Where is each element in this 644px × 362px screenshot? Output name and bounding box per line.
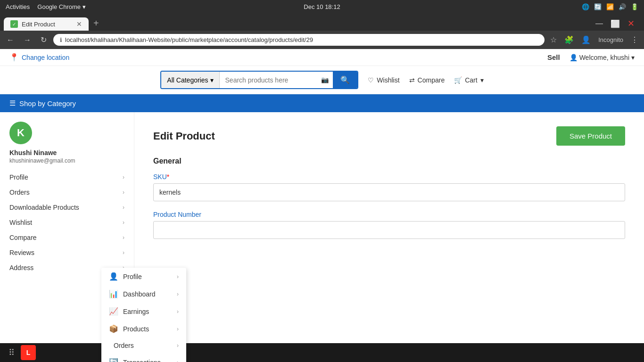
hamburger-icon: ☰ xyxy=(9,99,16,107)
heart-icon: ♡ xyxy=(368,76,374,84)
submenu-item-transactions[interactable]: 🔄 Transactions › xyxy=(101,354,186,362)
search-right-actions: ♡ Wishlist ⇄ Compare 🛒 Cart ▾ xyxy=(368,76,483,84)
submenu-profile-label: Profile xyxy=(123,273,142,280)
browser-chrome: Edit Product ✕ + — ⬜ ✕ ← → ↻ ℹ localhost… xyxy=(0,13,644,49)
sidebar-compare-chevron: › xyxy=(123,234,124,241)
sidebar-address-label: Address xyxy=(9,264,33,272)
sidebar-reviews-chevron: › xyxy=(123,249,124,256)
change-location-link[interactable]: 📍 Change location xyxy=(9,53,69,62)
sidebar-wishlist-chevron: › xyxy=(123,219,124,226)
user-avatar: K xyxy=(9,122,32,144)
active-tab[interactable]: Edit Product ✕ xyxy=(4,17,89,31)
activities-label[interactable]: Activities xyxy=(6,3,30,10)
os-system-tray: 🌐 🔄 📶 🔊 🔋 xyxy=(582,3,638,10)
sidebar-profile-chevron: › xyxy=(123,174,124,181)
address-bar[interactable]: ℹ localhost/khalihaan/Khalihaan-Website/… xyxy=(53,34,545,46)
new-tab-button[interactable]: + xyxy=(90,16,103,31)
sku-form-group: SKU* xyxy=(153,173,625,201)
browser-actions: ☆ 🧩 👤 Incognito ⋮ xyxy=(548,33,640,46)
page-wrapper: 📍 Change location Sell 👤 Welcome, khushi… xyxy=(0,49,644,362)
refresh-button[interactable]: ↻ xyxy=(38,33,50,46)
search-bar-row: All Categories ▾ 📷 🔍 ♡ Wishlist ⇄ Compar… xyxy=(0,66,644,94)
tab-favicon xyxy=(10,20,18,28)
sidebar-downloadable-label: Downloadable Products xyxy=(9,204,79,211)
menu-button[interactable]: ⋮ xyxy=(629,33,640,46)
welcome-chevron: ▾ xyxy=(631,54,635,61)
volume-icon: 🔊 xyxy=(619,3,626,10)
category-label: All Categories xyxy=(167,76,208,84)
profile-button[interactable]: 👤 xyxy=(579,33,593,46)
category-select[interactable]: All Categories ▾ xyxy=(161,72,219,88)
taskbar-laravel-icon[interactable]: L xyxy=(21,345,36,360)
submenu-transactions-chevron: › xyxy=(177,359,179,362)
submenu-item-orders[interactable]: Orders › xyxy=(101,337,186,354)
sidebar-item-orders[interactable]: Orders › xyxy=(0,185,134,200)
forward-button[interactable]: → xyxy=(21,34,34,46)
general-section-title: General xyxy=(153,157,625,165)
os-datetime: Dec 10 18:12 xyxy=(304,3,340,10)
submenu-earnings-icon: 📈 xyxy=(109,307,118,316)
category-chevron: ▾ xyxy=(210,76,214,84)
search-container: All Categories ▾ 📷 🔍 xyxy=(160,71,358,89)
maximize-button[interactable]: ⬜ xyxy=(609,17,622,30)
update-icon: 🔄 xyxy=(594,3,602,10)
search-button[interactable]: 🔍 xyxy=(333,72,357,88)
submenu-profile-icon: 👤 xyxy=(109,272,118,281)
sku-required-star: * xyxy=(167,173,169,181)
compare-link[interactable]: ⇄ Compare xyxy=(409,76,445,84)
browser-app-label: Google Chrome ▾ xyxy=(37,3,85,10)
sidebar-item-profile[interactable]: Profile › xyxy=(0,170,134,185)
extensions-button[interactable]: 🧩 xyxy=(562,33,576,46)
sidebar-item-compare[interactable]: Compare › xyxy=(0,230,134,245)
taskbar: ⠿ L xyxy=(0,343,644,362)
submenu-item-earnings[interactable]: 📈 Earnings › xyxy=(101,303,186,320)
submenu-item-profile[interactable]: 👤 Profile › xyxy=(101,268,186,285)
submenu-earnings-chevron: › xyxy=(177,308,179,315)
submenu-products-label: Products xyxy=(123,325,149,333)
sidebar-item-downloadable[interactable]: Downloadable Products › xyxy=(0,200,134,215)
submenu-item-dashboard[interactable]: 📊 Dashboard › xyxy=(101,285,186,303)
submenu-profile-chevron: › xyxy=(177,273,179,280)
cart-icon: 🛒 xyxy=(454,76,462,84)
sidebar-orders-label: Orders xyxy=(9,189,30,196)
submenu-orders-label: Orders xyxy=(114,342,134,349)
minimize-button[interactable]: — xyxy=(594,17,605,30)
submenu: 👤 Profile › 📊 Dashboard › 📈 Earnings xyxy=(101,268,186,362)
network-icon: 🌐 xyxy=(582,3,589,10)
submenu-products-chevron: › xyxy=(177,326,179,332)
product-number-form-group: Product Number xyxy=(153,211,625,239)
camera-search-button[interactable]: 📷 xyxy=(317,72,333,88)
sidebar-compare-label: Compare xyxy=(9,234,37,241)
compare-icon: ⇄ xyxy=(409,76,415,84)
top-nav-right: Sell 👤 Welcome, khushi ▾ xyxy=(547,53,635,61)
sell-button[interactable]: Sell xyxy=(547,53,560,61)
submenu-transactions-icon: 🔄 xyxy=(109,358,118,362)
submenu-dashboard-icon: 📊 xyxy=(109,289,118,298)
submenu-orders-chevron: › xyxy=(177,342,179,349)
submenu-item-products[interactable]: 📦 Products › xyxy=(101,320,186,337)
tab-close-button[interactable]: ✕ xyxy=(76,20,82,28)
product-number-input[interactable] xyxy=(153,221,625,239)
sidebar-profile-label: Profile xyxy=(9,173,28,181)
sidebar-reviews-label: Reviews xyxy=(9,249,34,256)
search-input[interactable] xyxy=(220,72,318,88)
sidebar-item-reviews[interactable]: Reviews › xyxy=(0,245,134,260)
tab-bar: Edit Product ✕ + — ⬜ ✕ xyxy=(0,13,644,31)
close-browser-button[interactable]: ✕ xyxy=(626,16,636,31)
bookmark-button[interactable]: ☆ xyxy=(548,33,559,46)
cart-link[interactable]: 🛒 Cart ▾ xyxy=(454,76,483,84)
save-product-button[interactable]: Save Product xyxy=(556,126,625,146)
sku-input[interactable] xyxy=(153,183,625,201)
wishlist-link[interactable]: ♡ Wishlist xyxy=(368,76,399,84)
welcome-text[interactable]: 👤 Welcome, khushi ▾ xyxy=(570,54,635,61)
submenu-dashboard-label: Dashboard xyxy=(123,290,156,298)
shop-by-category[interactable]: ☰ Shop by Category xyxy=(9,94,137,112)
cart-chevron: ▾ xyxy=(480,76,484,84)
taskbar-apps-button[interactable]: ⠿ xyxy=(4,345,19,360)
wifi-icon: 📶 xyxy=(606,3,614,10)
incognito-label[interactable]: Incognito xyxy=(596,34,625,45)
content-area: Edit Product Save Product General SKU* P… xyxy=(134,112,644,348)
sidebar-item-wishlist[interactable]: Wishlist › xyxy=(0,215,134,230)
back-button[interactable]: ← xyxy=(4,34,17,46)
submenu-products-icon: 📦 xyxy=(109,324,118,333)
